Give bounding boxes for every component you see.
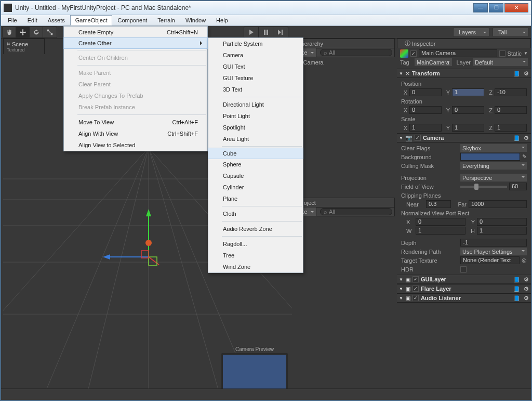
window-minimize-button[interactable]: — [473, 3, 488, 12]
hierarchy-search-input[interactable]: ⌕ All [320, 49, 392, 56]
submenu-item-plane[interactable]: Plane [208, 193, 303, 204]
transform-header[interactable]: ▼ ⤧ Transform 📘 ⚙ [397, 69, 531, 78]
play-button[interactable] [244, 27, 259, 37]
culling-mask-dropdown[interactable]: Everything [460, 162, 527, 170]
clear-flags-dropdown[interactable]: Skybox [460, 144, 527, 152]
position-x-field[interactable]: 0 [409, 88, 442, 96]
gameobject-name-field[interactable]: Main Camera [419, 49, 497, 57]
submenu-item-particle-system[interactable]: Particle System [208, 38, 303, 49]
step-button[interactable] [273, 27, 288, 37]
viewport-y-field[interactable]: 0 [477, 218, 527, 226]
submenu-item-cloth[interactable]: Cloth [208, 208, 303, 219]
window-close-button[interactable]: ✕ [504, 3, 528, 12]
camera-enabled-checkbox[interactable]: ✓ [415, 135, 421, 141]
menu-item-move-to-view[interactable]: Move To ViewCtrl+Alt+F [64, 117, 207, 128]
menu-terrain[interactable]: Terrain [152, 15, 180, 25]
component-help-icon[interactable]: 📘 [513, 286, 520, 292]
menu-assets[interactable]: Assets [43, 15, 70, 25]
tag-dropdown[interactable]: MainCamera [415, 58, 452, 66]
move-tool-button[interactable] [16, 27, 30, 37]
rotation-y-field[interactable]: 0 [452, 106, 484, 114]
viewport-h-field[interactable]: 1 [477, 227, 527, 235]
hdr-checkbox[interactable] [460, 266, 467, 273]
depth-field[interactable]: -1 [460, 239, 527, 247]
move-gizmo[interactable] [102, 205, 164, 267]
menu-item-align-with-view[interactable]: Align With ViewCtrl+Shift+F [64, 128, 207, 139]
submenu-item-3d-text[interactable]: 3D Text [208, 84, 303, 95]
camera-component-header[interactable]: ▼ 📷 ✓ Camera 📘 ⚙ [397, 133, 531, 143]
scale-tool-button[interactable] [43, 27, 57, 37]
component-gear-icon[interactable]: ⚙ [524, 295, 529, 302]
projection-dropdown[interactable]: Perspective [460, 174, 527, 182]
menu-gameobject[interactable]: GameObject [70, 15, 113, 25]
submenu-item-capsule[interactable]: Capsule [208, 170, 303, 182]
viewport-x-field[interactable]: 0 [416, 218, 466, 226]
target-texture-field[interactable]: None (Render Text [460, 256, 520, 264]
menu-item-create-empty[interactable]: Create EmptyCtrl+Shift+N [64, 27, 207, 38]
component-enabled-checkbox[interactable]: ✓ [413, 276, 419, 282]
submenu-item-cube[interactable]: Cube [208, 148, 303, 159]
project-search-input[interactable]: ⌕ All [320, 208, 392, 215]
layer-dropdown[interactable]: Default [473, 58, 528, 66]
component-header-guilayer[interactable]: ▼▣✓GUILayer📘⚙ [397, 275, 531, 284]
pause-button[interactable] [259, 27, 273, 37]
component-header-flare-layer[interactable]: ▼▣✓Flare Layer📘⚙ [397, 284, 531, 293]
submenu-item-area-light[interactable]: Area Light [208, 133, 303, 145]
fov-slider[interactable] [460, 186, 507, 188]
far-clip-field[interactable]: 1000 [469, 200, 527, 208]
component-gear-icon[interactable]: ⚙ [524, 276, 529, 283]
submenu-item-directional-light[interactable]: Directional Light [208, 99, 303, 110]
component-enabled-checkbox[interactable]: ✓ [413, 286, 419, 292]
position-z-field[interactable]: -10 [495, 88, 527, 96]
submenu-item-gui-text[interactable]: GUI Text [208, 61, 303, 72]
menu-item-create-other[interactable]: Create Other [63, 37, 208, 49]
static-checkbox[interactable] [499, 50, 506, 57]
submenu-item-tree[interactable]: Tree [208, 250, 303, 261]
submenu-item-camera[interactable]: Camera [208, 49, 303, 61]
menu-item-align-view-to-selected[interactable]: Align View to Selected [64, 139, 207, 151]
component-help-icon[interactable]: 📘 [513, 71, 520, 76]
component-gear-icon[interactable]: ⚙ [524, 135, 529, 141]
object-picker-icon[interactable]: ◎ [522, 257, 527, 264]
inspector-tab[interactable]: ⓘ Inspector [397, 38, 531, 48]
submenu-item-audio-reverb-zone[interactable]: Audio Reverb Zone [208, 223, 303, 235]
submenu-item-spotlight[interactable]: Spotlight [208, 122, 303, 133]
gameobject-enabled-checkbox[interactable]: ✓ [410, 50, 417, 57]
menu-window[interactable]: Window [180, 15, 211, 25]
static-dropdown-icon[interactable]: ▼ [524, 51, 528, 56]
submenu-item-point-light[interactable]: Point Light [208, 110, 303, 122]
submenu-item-sphere[interactable]: Sphere [208, 159, 303, 170]
position-y-field[interactable]: 1 [452, 88, 484, 96]
hierarchy-item[interactable]: in Camera [297, 59, 392, 66]
scale-x-field[interactable]: 1 [409, 124, 442, 132]
menu-edit[interactable]: Edit [22, 15, 43, 25]
rotation-x-field[interactable]: 0 [409, 106, 442, 114]
submenu-item-ragdoll-[interactable]: Ragdoll... [208, 238, 303, 250]
component-enabled-checkbox[interactable]: ✓ [413, 295, 419, 301]
component-help-icon[interactable]: 📘 [513, 277, 520, 282]
hierarchy-tab[interactable]: Hierarchy [294, 38, 395, 48]
project-tab[interactable]: roject [294, 198, 395, 207]
submenu-item-cylinder[interactable]: Cylinder [208, 182, 303, 193]
fov-field[interactable]: 60 [509, 183, 527, 190]
component-gear-icon[interactable]: ⚙ [524, 286, 529, 292]
layers-dropdown[interactable]: Layers [453, 28, 489, 37]
eyedropper-icon[interactable]: ✎ [522, 153, 527, 160]
hand-tool-button[interactable] [3, 27, 16, 37]
near-clip-field[interactable]: 0.3 [426, 200, 451, 208]
background-color-field[interactable] [460, 153, 520, 161]
viewport-w-field[interactable]: 1 [416, 227, 466, 235]
rotate-tool-button[interactable] [30, 27, 43, 37]
menu-help[interactable]: Help [211, 15, 233, 25]
scene-tab[interactable]: ⌗Scene Textured [3, 38, 45, 54]
scale-y-field[interactable]: 1 [452, 124, 484, 132]
scale-z-field[interactable]: 1 [495, 124, 527, 132]
component-header-audio-listener[interactable]: ▼▣✓Audio Listener📘⚙ [397, 293, 531, 303]
component-help-icon[interactable]: 📘 [513, 295, 520, 301]
layout-dropdown[interactable]: Tall [493, 28, 529, 37]
menu-file[interactable]: File [3, 15, 22, 25]
component-gear-icon[interactable]: ⚙ [524, 70, 529, 77]
component-help-icon[interactable]: 📘 [513, 135, 520, 141]
rotation-z-field[interactable]: 0 [495, 106, 527, 114]
submenu-item-gui-texture[interactable]: GUI Texture [208, 72, 303, 84]
